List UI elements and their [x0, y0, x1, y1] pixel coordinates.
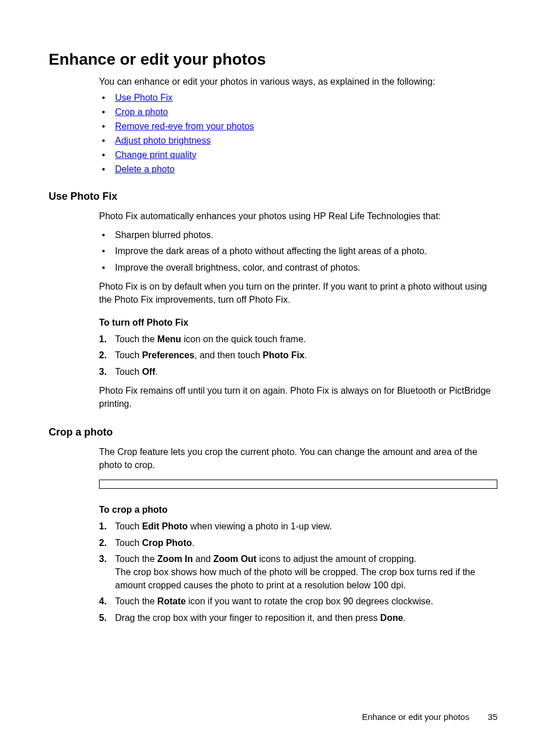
list-item: Improve the dark areas of a photo withou…	[99, 244, 497, 258]
list-item: Delete a photo	[99, 164, 497, 175]
page-footer: Enhance or edit your photos 35	[362, 712, 497, 722]
page-number: 35	[488, 712, 497, 722]
step-item: Touch Preferences, and then touch Photo …	[99, 349, 497, 362]
section-paragraph: Photo Fix is on by default when you turn…	[99, 280, 497, 306]
link-adjust-brightness[interactable]: Adjust photo brightness	[115, 136, 211, 145]
step-item: Touch the Zoom In and Zoom Out icons to …	[99, 552, 497, 592]
list-item: Crop a photo	[99, 107, 497, 117]
step-item: Touch the Rotate icon if you want to rot…	[99, 595, 497, 608]
link-remove-red-eye[interactable]: Remove red-eye from your photos	[115, 121, 254, 131]
numbered-steps: Touch the Menu icon on the quick touch f…	[99, 333, 497, 378]
intro-paragraph: You can enhance or edit your photos in v…	[99, 77, 497, 87]
page-title: Enhance or edit your photos	[49, 50, 497, 69]
step-item: Touch Edit Photo when viewing a photo in…	[99, 520, 497, 533]
section-paragraph: Photo Fix automatically enhances your ph…	[99, 209, 497, 223]
numbered-steps: Touch Edit Photo when viewing a photo in…	[99, 520, 497, 624]
list-item: Adjust photo brightness	[99, 136, 497, 146]
link-use-photo-fix[interactable]: Use Photo Fix	[115, 93, 172, 102]
section-heading-use-photo-fix: Use Photo Fix	[49, 191, 497, 203]
section-heading-crop-a-photo: Crop a photo	[49, 426, 497, 438]
link-change-print-quality[interactable]: Change print quality	[115, 150, 196, 160]
list-item: Use Photo Fix	[99, 93, 497, 103]
step-item: Touch the Menu icon on the quick touch f…	[99, 333, 497, 346]
step-item: Touch Off.	[99, 365, 497, 378]
list-item: Sharpen blurred photos.	[99, 228, 497, 242]
list-item: Improve the overall brightness, color, a…	[99, 261, 497, 274]
section-paragraph: Photo Fix remains off until you turn it …	[99, 384, 497, 410]
note-box	[99, 480, 497, 489]
sub-heading: To crop a photo	[99, 505, 497, 515]
step-item: Drag the crop box with your finger to re…	[99, 611, 497, 624]
feature-list: Sharpen blurred photos. Improve the dark…	[99, 228, 497, 274]
list-item: Change print quality	[99, 150, 497, 160]
section-paragraph: The Crop feature lets you crop the curre…	[99, 445, 497, 472]
link-crop-a-photo[interactable]: Crop a photo	[115, 107, 168, 117]
footer-section-name: Enhance or edit your photos	[362, 712, 470, 722]
table-of-contents-list: Use Photo Fix Crop a photo Remove red-ey…	[99, 93, 497, 175]
step-item: Touch Crop Photo.	[99, 536, 497, 549]
list-item: Remove red-eye from your photos	[99, 121, 497, 132]
sub-heading: To turn off Photo Fix	[99, 318, 497, 328]
link-delete-a-photo[interactable]: Delete a photo	[115, 164, 175, 174]
